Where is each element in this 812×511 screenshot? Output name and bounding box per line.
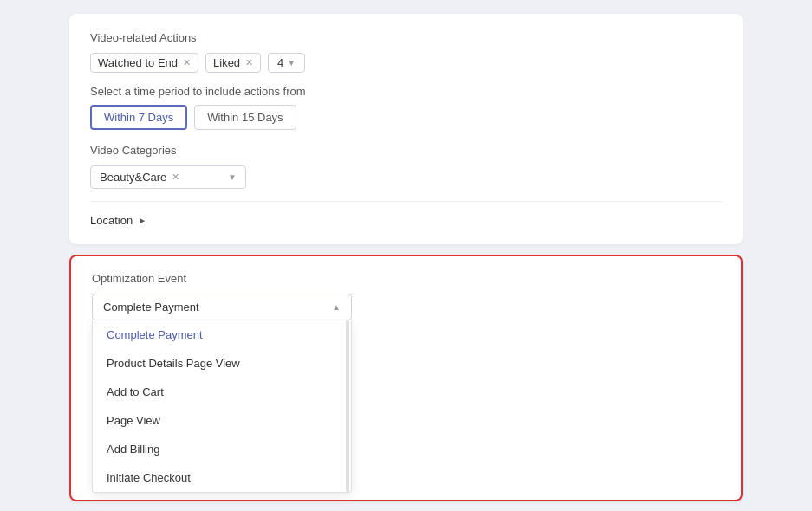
page-wrapper: Video-related Actions Watched to End ✕ L… — [0, 0, 812, 511]
dropdown-item-product-details[interactable]: Product Details Page View — [93, 349, 351, 378]
watched-to-end-tag[interactable]: Watched to End ✕ — [90, 53, 198, 73]
divider — [90, 201, 722, 202]
opt-inner: Optimization Event Complete Payment ▲ — [71, 256, 741, 320]
tag-text: Liked — [213, 56, 240, 69]
within-15-days-button[interactable]: Within 15 Days — [194, 105, 296, 130]
optimization-event-label: Optimization Event — [92, 272, 720, 285]
time-period-label: Select a time period to include actions … — [90, 85, 722, 98]
location-row[interactable]: Location ► — [90, 214, 722, 227]
within-7-days-button[interactable]: Within 7 Days — [90, 105, 187, 130]
video-categories-select[interactable]: Beauty&Care ✕ ▼ — [90, 165, 246, 189]
time-period-buttons: Within 7 Days Within 15 Days — [90, 105, 722, 130]
video-categories-label: Video Categories — [90, 144, 722, 157]
optimization-dropdown-menu: Complete Payment Product Details Page Vi… — [92, 320, 352, 493]
liked-tag[interactable]: Liked ✕ — [205, 53, 261, 73]
tag-text: Watched to End — [98, 56, 178, 69]
select-chevron-up-icon: ▲ — [332, 302, 341, 312]
dropdown-item-complete-payment[interactable]: Complete Payment — [93, 320, 351, 349]
category-close-icon[interactable]: ✕ — [172, 171, 179, 183]
dropdown-item-initiate-checkout[interactable]: Initiate Checkout — [93, 463, 351, 492]
dropdown-item-add-billing[interactable]: Add Billing — [93, 435, 351, 463]
chevron-down-icon: ▼ — [287, 58, 296, 68]
video-actions-card: Video-related Actions Watched to End ✕ L… — [69, 14, 743, 244]
select-value: Complete Payment — [103, 301, 199, 314]
video-tags-row: Watched to End ✕ Liked ✕ 4 ▼ — [90, 53, 722, 73]
tags-count-dropdown[interactable]: 4 ▼ — [268, 53, 305, 73]
beauty-care-tag: Beauty&Care ✕ — [100, 171, 179, 184]
optimization-event-card: Optimization Event Complete Payment ▲ Co… — [69, 255, 743, 501]
location-arrow-icon: ► — [138, 216, 146, 225]
dropdown-item-add-to-cart[interactable]: Add to Cart — [93, 378, 351, 406]
video-actions-label: Video-related Actions — [90, 31, 722, 44]
tags-count: 4 — [277, 56, 283, 69]
optimization-event-select[interactable]: Complete Payment ▲ — [92, 294, 352, 320]
liked-close-icon[interactable]: ✕ — [245, 57, 253, 68]
dropdown-item-page-view[interactable]: Page View — [93, 406, 351, 435]
watched-close-icon[interactable]: ✕ — [183, 57, 191, 68]
dropdown-scrollbar — [346, 320, 349, 492]
category-tag-text: Beauty&Care — [100, 171, 166, 184]
location-label: Location — [90, 214, 133, 227]
category-chevron-icon: ▼ — [228, 172, 237, 182]
